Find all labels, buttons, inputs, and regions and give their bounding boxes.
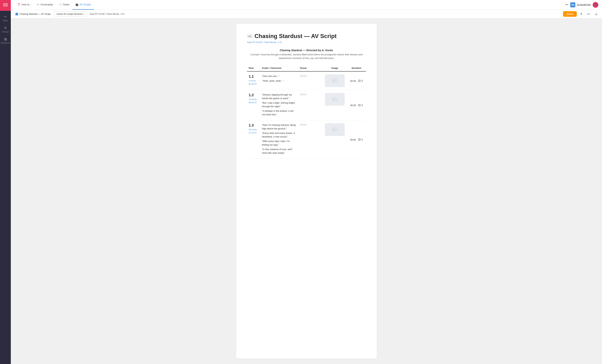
audio-line: "A whisper in the breeze, it set my hear… — [262, 109, 296, 116]
image-placeholder — [325, 74, 345, 87]
nav-user[interactable]: SB StudioBinder 👤 — [570, 2, 598, 8]
row-number-cell: 1.3 38 words01:35 RT — [247, 120, 260, 159]
tab-label: AV Scripts — [79, 3, 91, 6]
top-nav: ❓ How to... ✏ Screenplay 📄 Notes 🎬 AV Sc… — [11, 0, 602, 10]
sub-toolbar: Chasing Stardust — AV Script Active AV S… — [11, 10, 602, 18]
audio-cell: "Ooh-ooh-ooh...""Yeah, yeah, yeah..." — [260, 71, 298, 90]
row-number-cell: 1.1 4 words00:30 RT — [247, 71, 260, 90]
share-button[interactable]: Share — [563, 11, 577, 17]
resources-icon: ▦ — [4, 37, 7, 41]
sidebar-item-settings[interactable]: ⚙ Settings — [0, 24, 11, 35]
audio-line: "Every wish and every dream, a heartbeat… — [262, 131, 296, 138]
version-badge: v1 — [247, 34, 252, 38]
chevron-down-icon: ▾ — [84, 13, 85, 15]
svg-point-0 — [4, 4, 5, 5]
settings-icon: ⚙ — [4, 26, 7, 30]
notes-icon: 📄 — [59, 3, 62, 6]
audio-line: "With every step I take, I'm finding my … — [262, 139, 296, 146]
col-header-audio: Audio / Voiceover — [260, 65, 298, 71]
table-header-row: Row Audio / Voiceover Visual Image Durat… — [247, 65, 366, 71]
visual-text: Visual... — [300, 123, 308, 126]
sidebar-item-write[interactable]: ✏ Write — [0, 13, 11, 24]
tab-notes[interactable]: 📄 Notes — [56, 0, 73, 10]
media-icon: 🖼 — [358, 79, 361, 82]
screenplay-icon: ✏ — [37, 3, 39, 6]
image-cell[interactable] — [322, 90, 347, 120]
av-table: Row Audio / Voiceover Visual Image Durat… — [247, 65, 366, 159]
toolbar-print-button[interactable]: 🖨 — [593, 11, 599, 17]
versions-label: Active AV Script Versions — [56, 13, 83, 15]
versions-dropdown[interactable]: Active AV Script Versions ▾ — [54, 11, 87, 17]
svg-point-4 — [333, 80, 334, 81]
row-meta: 38 words01:35 RT — [249, 128, 258, 135]
sidebar-item-label: Settings — [2, 31, 9, 33]
tab-screenplay[interactable]: ✏ Screenplay — [34, 0, 56, 10]
duration-cell: 00:00 🖼 0 — [347, 90, 366, 120]
row-number-cell: 1.2 29 words00:55 RT — [247, 90, 260, 120]
audio-line: "But I saw a light, shining bright, thro… — [262, 101, 296, 108]
brand-logo: SB — [570, 2, 575, 7]
col-header-duration: Duration — [347, 65, 366, 71]
content-area: v1 Chasing Stardust — AV Script Total RT… — [11, 18, 602, 364]
svg-point-8 — [333, 129, 334, 130]
rt-words-info: Total RT 03:05 • Total Words: 174 — [89, 13, 124, 15]
visual-text: Visual... — [300, 74, 308, 77]
duration-value: 00:00 — [350, 138, 356, 141]
duration-cell: 00:00 🖼 0 — [347, 120, 366, 159]
visual-cell: Visual... — [298, 90, 322, 120]
visual-text: Visual... — [300, 93, 308, 96]
audio-line: "Ooh-ooh-ooh..." — [262, 74, 296, 78]
tab-label: Notes — [63, 3, 70, 6]
row-meta: 29 words00:55 RT — [249, 98, 258, 104]
toolbar-more-button[interactable]: ••• — [586, 11, 591, 17]
media-count-value: 0 — [362, 138, 363, 141]
col-header-image: Image — [322, 65, 347, 71]
script-tab-label: Chasing Stardust — AV Script — [20, 13, 51, 15]
audio-line: "Now I'm chasing stardust, flying high a… — [262, 123, 296, 130]
table-row: 1.3 38 words01:35 RT "Now I'm chasing st… — [247, 120, 366, 159]
tab-dot — [15, 13, 18, 15]
audio-line: "Yeah, yeah, yeah..." — [262, 79, 296, 83]
sidebar-logo[interactable] — [0, 0, 11, 11]
media-count: 🖼 0 — [358, 138, 363, 141]
duration-value: 00:00 — [350, 80, 356, 82]
tab-avscripts[interactable]: 🎬 AV Scripts — [73, 0, 94, 10]
visual-cell: Visual... — [298, 120, 322, 159]
svg-point-6 — [333, 99, 334, 99]
script-tab[interactable]: Chasing Stardust — AV Script — [14, 11, 52, 16]
row-meta: 4 words00:30 RT — [249, 79, 258, 86]
image-placeholder — [325, 123, 345, 136]
script-document: v1 Chasing Stardust — AV Script Total RT… — [236, 24, 377, 359]
audio-line: "In this universe of ours, we'll shine l… — [262, 148, 296, 155]
table-row: 1.2 29 words00:55 RT "Dreams slipping th… — [247, 90, 366, 120]
more-icon: ••• — [565, 3, 569, 7]
row-number: 1.3 — [249, 123, 258, 127]
media-count-value: 0 — [362, 80, 363, 82]
image-cell[interactable] — [322, 71, 347, 90]
directed-by: Chasing Stardust — Directed by A. Gusto — [247, 49, 366, 52]
image-placeholder — [325, 93, 345, 106]
howto-icon: ❓ — [17, 3, 20, 6]
sidebar-item-resources[interactable]: ▦ Resources — [0, 35, 11, 46]
audio-cell: "Now I'm chasing stardust, flying high a… — [260, 120, 298, 159]
tab-label: How to... — [22, 3, 31, 6]
title-row: v1 Chasing Stardust — AV Script — [247, 33, 366, 40]
col-header-visual: Visual — [298, 65, 322, 71]
svg-point-1 — [5, 4, 6, 5]
audio-line: "Dreams slipping through my hands like g… — [262, 93, 296, 100]
tab-howto[interactable]: ❓ How to... — [14, 0, 34, 10]
image-cell[interactable] — [322, 120, 347, 159]
sidebar-item-label: Resources — [1, 42, 10, 44]
user-avatar: 👤 — [593, 2, 598, 8]
audio-cell: "Dreams slipping through my hands like g… — [260, 90, 298, 120]
media-icon: 🖼 — [358, 104, 361, 107]
svg-point-2 — [6, 4, 7, 5]
script-title: Chasing Stardust — AV Script — [255, 33, 337, 40]
col-header-row: Row — [247, 65, 260, 71]
media-count: 🖼 0 — [358, 79, 363, 82]
nav-more-button[interactable]: ••• — [563, 2, 570, 8]
toolbar-download-button[interactable]: ⬇ — [579, 11, 584, 17]
main-area: ❓ How to... ✏ Screenplay 📄 Notes 🎬 AV Sc… — [11, 0, 602, 364]
share-label: Share — [567, 13, 573, 15]
concept-text: Concept: A journey through a dreamlike, … — [247, 53, 366, 60]
